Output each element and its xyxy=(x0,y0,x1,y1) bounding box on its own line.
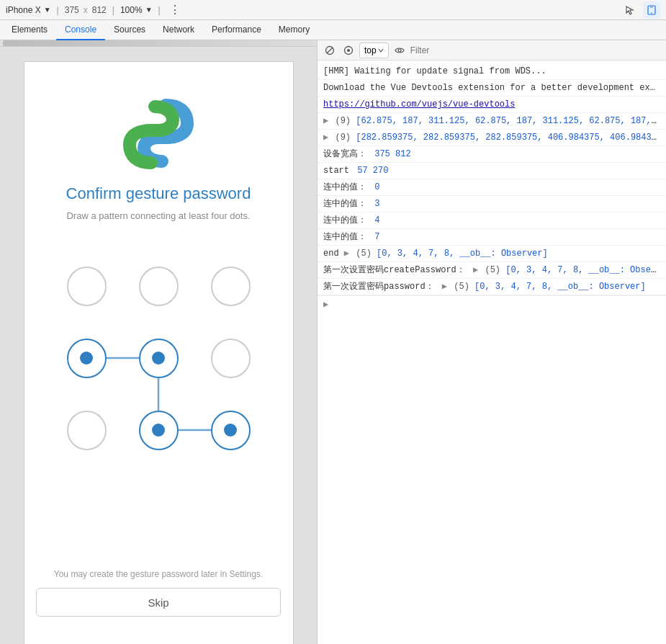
svg-point-10 xyxy=(398,49,401,52)
console-array-line-1: ▶ (9) [282.859375, 282.859375, 282.85937… xyxy=(318,130,666,146)
eye-filter-button[interactable] xyxy=(392,43,408,58)
dot-circle-2 xyxy=(211,267,251,306)
console-array-line-0: ▶ (9) [62.875, 187, 311.125, 62.875, 187… xyxy=(318,113,666,130)
dot-circle-6 xyxy=(67,411,107,450)
console-label-line-1: start 57 270 xyxy=(318,163,666,179)
console-label-line-4: 连中的值： 4 xyxy=(318,213,666,229)
console-label-line-3: 连中的值： 3 xyxy=(318,196,666,213)
phone-simulator: Confirm gesture password Draw a pattern … xyxy=(0,40,317,644)
console-line: Download the Vue Devtools extension for … xyxy=(318,80,666,97)
svg-point-9 xyxy=(347,49,350,52)
context-selector[interactable]: top xyxy=(359,43,389,58)
zoom-chevron-icon: ▼ xyxy=(145,6,153,14)
separator3: | xyxy=(158,5,161,15)
devtools-panel: top [HMR] Waiting for update signal from… xyxy=(317,40,666,644)
dot-circle-3 xyxy=(67,339,107,378)
console-link-line[interactable]: https://github.com/vuejs/vue-devtools xyxy=(318,97,666,113)
zoom-level: 100% xyxy=(120,5,143,15)
console-prompt: ▶ xyxy=(318,295,666,313)
dot-circle-5 xyxy=(211,339,251,378)
device-name: iPhone X xyxy=(6,5,41,15)
context-chevron-icon xyxy=(378,48,384,53)
dot-0 xyxy=(50,250,122,322)
clear-console-button[interactable] xyxy=(322,43,338,58)
stop-icon xyxy=(343,45,354,55)
device-width: 375 xyxy=(65,5,79,15)
array-expand-icon-2[interactable]: ▶ xyxy=(323,133,328,143)
browser-toolbar: iPhone X ▼ | 375 x 812 | 100% ▼ | ⋮ xyxy=(0,0,666,20)
dot-4 xyxy=(122,322,194,394)
more-options-button[interactable]: ⋮ xyxy=(166,3,184,17)
console-toolbar: top xyxy=(318,40,666,61)
svg-point-2 xyxy=(651,12,652,14)
separator: | xyxy=(57,5,59,15)
dot-circle-0 xyxy=(67,267,107,306)
console-create-password-line: 第一次设置密码createPassword： ▶ (5) [0, 3, 4, 7… xyxy=(318,262,666,279)
dot-circle-4 xyxy=(139,339,179,378)
chevron-down-icon: ▼ xyxy=(44,6,51,14)
dot-circle-8 xyxy=(211,411,251,450)
password-array-expand-icon[interactable]: ▶ xyxy=(442,282,447,292)
tab-performance[interactable]: Performance xyxy=(203,20,270,40)
devtools-link[interactable]: https://github.com/vuejs/vue-devtools xyxy=(323,99,515,109)
dot-7 xyxy=(122,394,194,466)
device-controls: iPhone X ▼ | 375 x 812 | 100% ▼ | ⋮ xyxy=(6,3,618,17)
pause-on-exceptions-button[interactable] xyxy=(341,43,356,58)
bottom-hint-text: You may create the gesture password late… xyxy=(54,569,263,579)
device-toggle-button[interactable] xyxy=(643,1,660,19)
app-subtitle: Draw a pattern connecting at least four … xyxy=(66,210,250,221)
dot-3 xyxy=(50,322,122,394)
devtools-tabs-bar: Elements Console Sources Network Perform… xyxy=(0,20,666,40)
eye-icon xyxy=(395,47,405,54)
tab-memory[interactable]: Memory xyxy=(270,20,318,40)
create-array-expand-icon[interactable]: ▶ xyxy=(473,265,478,275)
zoom-selector[interactable]: 100% ▼ xyxy=(120,5,153,15)
dot-2 xyxy=(194,250,266,322)
devtools-icon-group xyxy=(621,1,660,19)
ruler-top xyxy=(0,40,317,47)
skip-button[interactable]: Skip xyxy=(36,588,281,617)
dot-circle-1 xyxy=(139,267,179,306)
separator2: | xyxy=(112,5,114,15)
filter-input[interactable] xyxy=(410,45,662,55)
context-value: top xyxy=(364,45,377,55)
tab-network[interactable]: Network xyxy=(154,20,203,40)
main-layout: Confirm gesture password Draw a pattern … xyxy=(0,40,666,644)
ban-icon xyxy=(325,45,335,55)
prompt-arrow-icon: ▶ xyxy=(323,299,328,310)
tab-console[interactable]: Console xyxy=(56,20,105,40)
dot-5 xyxy=(194,322,266,394)
svg-line-7 xyxy=(327,48,333,53)
console-output: [HMR] Waiting for update signal from WDS… xyxy=(318,61,666,644)
console-label-line-0: 设备宽高： 375 812 xyxy=(318,146,666,163)
device-selector[interactable]: iPhone X ▼ xyxy=(6,5,51,15)
device-icon xyxy=(647,5,657,15)
phone-content: Confirm gesture password Draw a pattern … xyxy=(0,47,317,644)
array-expand-icon[interactable]: ▶ xyxy=(323,116,328,126)
console-line: [HMR] Waiting for update signal from WDS… xyxy=(318,63,666,80)
device-height: 812 xyxy=(92,5,107,15)
console-label-line-5: 连中的值： 7 xyxy=(318,229,666,246)
console-end-array-line: end ▶ (5) [0, 3, 4, 7, 8, __ob__: Observ… xyxy=(318,246,666,262)
dot-8 xyxy=(194,394,266,466)
end-array-expand-icon[interactable]: ▶ xyxy=(344,249,349,259)
cursor-icon xyxy=(625,5,635,15)
console-password-line: 第一次设置密码password： ▶ (5) [0, 3, 4, 7, 8, _… xyxy=(318,279,666,295)
app-title: Confirm gesture password xyxy=(66,184,251,203)
dot-6 xyxy=(50,394,122,466)
dot-circle-7 xyxy=(139,411,179,450)
console-label-line-2: 连中的值： 0 xyxy=(318,179,666,196)
dot-1 xyxy=(122,250,194,322)
app-logo xyxy=(122,98,194,170)
tab-sources[interactable]: Sources xyxy=(105,20,154,40)
gesture-grid[interactable] xyxy=(50,250,266,466)
dimension-cross: x xyxy=(84,5,88,15)
cursor-inspect-button[interactable] xyxy=(621,1,639,19)
tab-elements[interactable]: Elements xyxy=(3,20,56,40)
phone-screen: Confirm gesture password Draw a pattern … xyxy=(24,61,294,644)
